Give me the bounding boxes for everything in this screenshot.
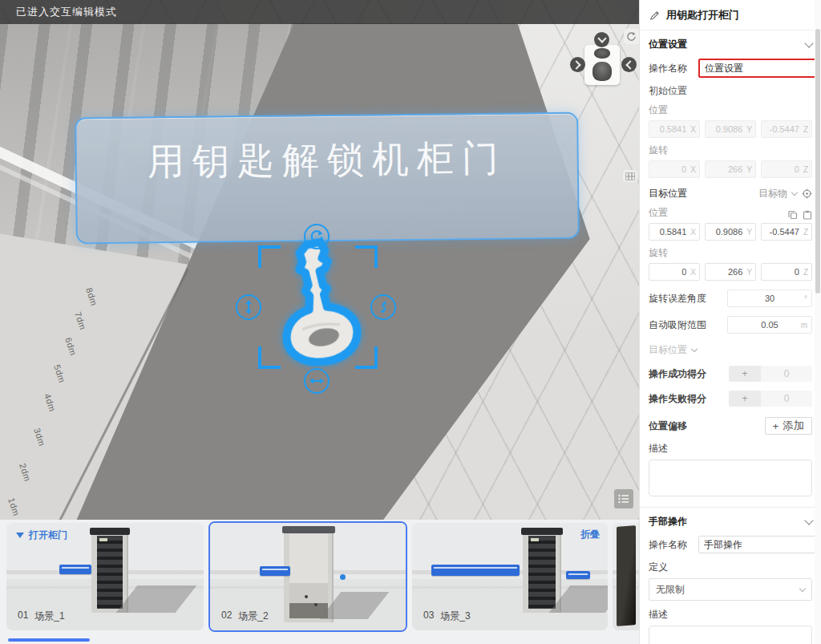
description-label: 描述 [649,608,812,622]
scene-annotation-label [431,565,520,576]
degree-unit: ° [804,294,807,303]
scene-id-label: 03 场景_3 [423,610,471,623]
mode-banner-text: 已进入交互编辑模式 [16,6,117,18]
target-point-icon [340,574,346,580]
scene-number: 03 [423,610,434,623]
view-cube[interactable] [584,45,620,85]
scene-id-label: 01 场景_1 [18,610,65,623]
plus-button[interactable]: + [729,391,761,407]
scene-annotation-label [260,566,290,576]
op-name-label: 操作名称 [649,538,698,552]
section-title: 位置设置 [649,38,687,51]
scene-number: 01 [18,610,28,623]
collapse-button[interactable]: 折叠 [580,528,600,541]
rotation-tolerance-label: 旋转误差角度 [649,292,727,306]
op-name-input[interactable] [698,59,821,78]
scene-card-1[interactable]: 打开柜门 01 场景_1 [6,523,204,630]
position-label: 位置 [649,103,812,117]
scene-card-4-partial[interactable] [613,523,639,630]
init-rot-z: Z [761,160,812,178]
view-rotate-left-button[interactable] [570,57,585,72]
move-horizontal-handle-icon[interactable] [304,368,330,394]
scene-thumbnail [613,523,639,630]
definition-select[interactable]: 无限制 [649,578,812,601]
reset-view-button[interactable] [624,29,639,44]
scene-number: 02 [221,610,232,623]
section-hand-header[interactable]: 手部操作 [649,508,812,534]
scene-group-label: 打开柜门 [29,529,67,542]
rack-thumbnail [91,528,128,613]
move-vertical-handle-icon[interactable] [236,294,261,320]
scene-group-header[interactable]: 打开柜门 [16,529,67,542]
scene-card-2-selected[interactable]: 02 场景_2 [208,521,407,632]
task-banner-text: 用钥匙解锁机柜门 [76,133,577,188]
rotation-label: 旋转 [649,144,812,157]
panel-title: 用钥匙打开柜门 [666,8,739,22]
scene-filmstrip: 打开柜门 01 场景_1 02 场景_2 [0,520,639,644]
chevron-down-icon [804,516,813,525]
locate-target-icon[interactable] [802,188,812,199]
target-object-dropdown[interactable]: 目标物 [758,187,787,200]
chevron-left-icon [625,60,634,69]
rotate-handle-icon[interactable] [304,224,330,249]
scene-name: 场景_1 [34,610,64,623]
edit-pencil-icon[interactable] [649,10,660,21]
task-banner: 用钥匙解锁机柜门 [75,112,580,245]
viewport-3d[interactable]: 8dm 7dm 6dm 5dm 4dm 3dm 2dm 1dm 已进入交互编辑模… [0,0,639,520]
hand-op-name-input[interactable] [698,536,821,553]
panel-scrollbar-thumb[interactable] [815,29,820,294]
copy-icon[interactable] [788,210,798,220]
chevron-down-icon [691,346,698,352]
add-offset-button[interactable]: + 添加 [765,417,812,435]
target-rot-z[interactable]: Z [761,263,812,281]
filmstrip-scrollbar[interactable] [8,638,90,642]
scene-card-3[interactable]: 折叠 03 场景_3 [412,523,608,630]
init-pos-x: X [649,120,700,138]
scene-list-button[interactable] [614,489,633,508]
success-score-stepper[interactable]: + 0 [729,366,812,382]
view-rotate-right-button[interactable] [621,57,637,72]
init-rot-y: Y [705,160,756,178]
view-rotate-down-button[interactable] [594,32,609,47]
position-label: 位置 [649,206,668,220]
selection-bracket-tl [258,245,281,268]
chevron-down-icon [597,34,606,43]
snap-range-input[interactable]: 0.05 m [727,316,812,334]
section-position-header[interactable]: 位置设置 [649,30,812,57]
target-rot-y[interactable]: Y [705,263,756,281]
chevron-down-icon[interactable] [791,189,798,196]
definition-label: 定义 [649,561,812,574]
chevron-down-icon [799,585,806,591]
plus-button[interactable]: + [729,366,761,382]
description-textarea[interactable] [649,460,812,496]
target-rot-x[interactable]: X [649,263,700,281]
position-offset-label: 位置偏移 [649,419,687,433]
paste-icon[interactable] [803,210,812,220]
target-pos-z[interactable]: Z [761,223,812,241]
mode-banner: 已进入交互编辑模式 [0,0,639,24]
view-cube-face-front [592,62,612,81]
properties-panel: 用钥匙打开柜门 位置设置 操作名称 初始位置 位置 X Y Z 旋转 X Y [639,0,821,644]
target-position-collapsed[interactable]: 目标位置 [649,343,812,357]
target-pos-x[interactable]: X [649,223,700,241]
panel-title-row: 用钥匙打开柜门 [640,0,821,30]
panel-scrollbar-track[interactable] [815,0,821,644]
meter-unit: m [801,321,807,330]
hand-description-textarea[interactable] [649,626,812,644]
rotation-tolerance-input[interactable]: 30 ° [727,290,812,307]
list-icon [618,494,629,504]
init-rot-x: X [649,160,700,178]
scene-name: 场景_2 [238,610,268,623]
scene-annotation-label [59,565,91,574]
init-pos-z: Z [761,120,812,138]
fail-score-stepper[interactable]: + 0 [729,391,812,407]
door-panel-thumbnail [617,525,636,626]
fail-score-value: 0 [761,391,812,407]
snap-range-label: 自动吸附范围 [649,318,727,332]
rack-thumbnail [523,528,561,613]
rotate-pitch-handle-icon[interactable] [370,294,396,320]
chevron-right-icon [572,60,580,69]
rotation-label: 旋转 [649,246,812,260]
grid-toggle-button[interactable] [623,170,637,182]
target-pos-y[interactable]: Y [705,223,756,241]
